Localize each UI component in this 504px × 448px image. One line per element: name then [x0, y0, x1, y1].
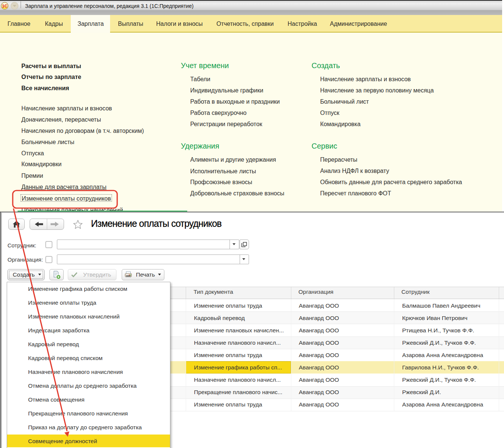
svg-text:1С: 1С — [2, 4, 7, 8]
